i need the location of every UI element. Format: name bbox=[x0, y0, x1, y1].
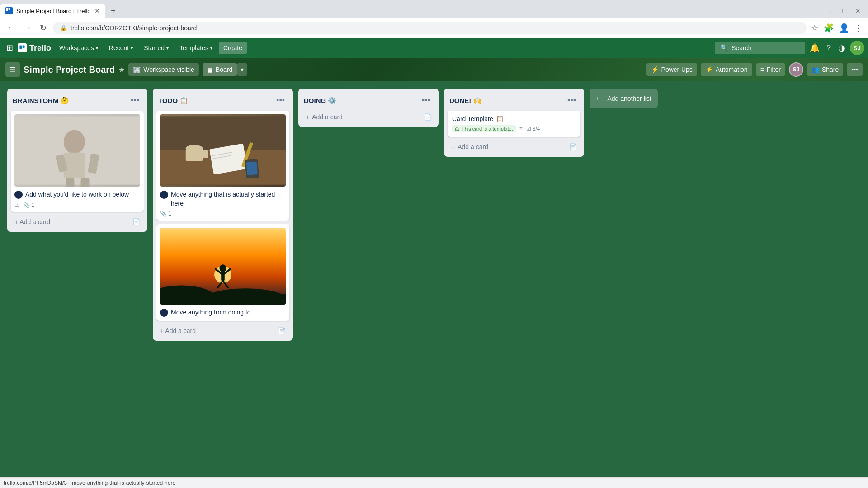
address-bar-actions: ☆ 🧩 👤 ⋮ bbox=[811, 23, 863, 33]
bookmark-icon[interactable]: ☆ bbox=[811, 23, 818, 33]
close-button[interactable]: ✕ bbox=[852, 7, 864, 14]
card-done-template[interactable]: Card Template 📋 🗂 This card is a templat… bbox=[448, 111, 580, 137]
board-title[interactable]: Simple Project Board bbox=[24, 65, 115, 75]
list-brainstorm-menu[interactable]: ••• bbox=[128, 94, 142, 107]
template-db-icon: 🗂 bbox=[455, 126, 460, 131]
tab-close-button[interactable]: ✕ bbox=[94, 7, 100, 14]
svg-rect-1 bbox=[9, 8, 10, 10]
extension-icon[interactable]: 🧩 bbox=[824, 23, 834, 33]
list-doing-menu[interactable]: ••• bbox=[419, 94, 433, 107]
tab-title: Simple Project Board | Trello bbox=[16, 8, 91, 14]
board-star-button[interactable]: ★ bbox=[118, 66, 125, 74]
trello-header: ⊞ Trello Workspaces ▾ Recent ▾ Starred ▾… bbox=[0, 38, 868, 58]
user-avatar[interactable]: SJ bbox=[850, 41, 864, 55]
svg-rect-21 bbox=[81, 178, 90, 187]
lock-icon: 🔒 bbox=[60, 25, 67, 31]
power-ups-button[interactable]: ⚡ Power-Ups bbox=[646, 63, 697, 76]
todo-add-card-button[interactable]: + Add a card 📄 bbox=[156, 324, 289, 337]
reload-button[interactable]: ↻ bbox=[38, 21, 48, 35]
member-avatar[interactable]: SJ bbox=[789, 62, 803, 77]
forward-button[interactable]: → bbox=[22, 21, 33, 34]
filter-icon: ≡ bbox=[760, 66, 764, 73]
doing-add-card-button[interactable]: + Add a card 📄 bbox=[302, 111, 435, 123]
list-doing: DOING ⚙️ ••• + Add a card 📄 bbox=[298, 89, 439, 127]
attachment-badge: 📎 1 bbox=[23, 202, 34, 208]
active-tab[interactable]: Simple Project Board | Trello ✕ bbox=[0, 4, 105, 18]
starred-menu[interactable]: Starred ▾ bbox=[139, 42, 173, 54]
board-view-icon: ▦ bbox=[207, 66, 213, 73]
recent-menu[interactable]: Recent ▾ bbox=[104, 42, 137, 54]
svg-rect-17 bbox=[64, 153, 85, 178]
grid-menu-icon[interactable]: ⊞ bbox=[4, 40, 16, 56]
theme-icon[interactable]: ◑ bbox=[835, 40, 848, 56]
help-icon[interactable]: ? bbox=[824, 41, 834, 55]
svg-rect-37 bbox=[160, 294, 286, 303]
profile-icon[interactable]: 👤 bbox=[839, 23, 849, 33]
menu-icon[interactable]: ⋮ bbox=[854, 23, 863, 33]
card-todo-1-badges: 📎 1 bbox=[160, 211, 286, 217]
list-todo-header: TODO 📋 ••• bbox=[156, 92, 289, 111]
board-more-button[interactable]: ••• bbox=[847, 63, 863, 76]
board-canvas: BRAINSTORM 🤔 ••• bbox=[0, 81, 868, 477]
card-brainstorm-1[interactable]: Add what you'd like to work on below ☑ 📎… bbox=[11, 111, 144, 212]
brainstorm-add-card-button[interactable]: + Add a card 📄 bbox=[11, 216, 144, 228]
list-done-title[interactable]: DONE! 🙌 bbox=[449, 97, 565, 105]
done-add-card-button[interactable]: + Add a card 📄 bbox=[448, 141, 580, 153]
card-todo-2[interactable]: Move anything from doing to... bbox=[156, 224, 289, 321]
card-template-badges: 🗂 This card is a template. ≡ ☑ 3/4 bbox=[452, 125, 576, 132]
automation-button[interactable]: ⚡ Automation bbox=[701, 63, 752, 76]
svg-rect-0 bbox=[6, 8, 8, 11]
search-box[interactable]: 🔍 Search bbox=[715, 42, 805, 54]
add-list-plus-icon: + bbox=[596, 95, 599, 102]
list-brainstorm-title[interactable]: BRAINSTORM 🤔 bbox=[13, 97, 128, 105]
list-doing-title[interactable]: DOING ⚙️ bbox=[304, 97, 419, 105]
sidebar-toggle[interactable]: ☰ bbox=[5, 62, 20, 77]
list-todo-menu[interactable]: ••• bbox=[274, 94, 288, 107]
card-brainstorm-image bbox=[14, 114, 140, 187]
board-view-dropdown[interactable]: ▾ bbox=[237, 63, 247, 76]
list-done-menu[interactable]: ••• bbox=[565, 94, 579, 107]
share-button[interactable]: 👥 Share bbox=[807, 63, 843, 76]
templates-menu[interactable]: Templates ▾ bbox=[175, 42, 217, 54]
checklist-icon: ☑ bbox=[14, 202, 19, 208]
doing-card-template-icon: 📄 bbox=[424, 113, 431, 121]
workspaces-menu[interactable]: Workspaces ▾ bbox=[55, 42, 103, 54]
list-done: DONE! 🙌 ••• Card Template 📋 🗂 This card … bbox=[444, 89, 584, 157]
add-list-button[interactable]: + + Add another list bbox=[590, 89, 658, 108]
svg-rect-26 bbox=[203, 150, 208, 158]
url-text: trello.com/b/GDR2OTKt/simple-project-boa… bbox=[71, 24, 197, 32]
url-input[interactable]: 🔒 trello.com/b/GDR2OTKt/simple-project-b… bbox=[53, 22, 807, 34]
search-placeholder: Search bbox=[731, 44, 751, 52]
todo1-image-placeholder bbox=[160, 114, 286, 187]
minimize-button[interactable]: ─ bbox=[826, 7, 837, 14]
board-view-button[interactable]: ▦ Board bbox=[203, 63, 237, 76]
board-header: ☰ Simple Project Board ★ 🏢 Workspace vis… bbox=[0, 58, 868, 81]
list-todo-title[interactable]: TODO 📋 bbox=[158, 97, 274, 105]
todo2-image-placeholder bbox=[160, 228, 286, 305]
list-done-header: DONE! 🙌 ••• bbox=[448, 92, 580, 111]
workspace-icon: 🏢 bbox=[133, 66, 141, 73]
filter-button[interactable]: ≡ Filter bbox=[756, 63, 785, 76]
back-button[interactable]: ← bbox=[5, 21, 17, 34]
trello-logo[interactable]: Trello bbox=[18, 43, 51, 53]
list-doing-header: DOING ⚙️ ••• bbox=[302, 92, 435, 111]
power-ups-icon: ⚡ bbox=[651, 66, 659, 73]
card-member-icon-2 bbox=[160, 191, 168, 199]
attachment-icon-2: 📎 bbox=[160, 211, 167, 217]
new-tab-button[interactable]: + bbox=[107, 5, 120, 17]
share-icon: 👥 bbox=[811, 66, 819, 73]
card-todo-2-image bbox=[160, 228, 286, 305]
workspace-visibility-button[interactable]: 🏢 Workspace visible bbox=[128, 63, 199, 76]
notifications-icon[interactable]: 🔔 bbox=[807, 40, 822, 56]
board-view-group: ▦ Board ▾ bbox=[203, 63, 247, 76]
list-brainstorm-header: BRAINSTORM 🤔 ••• bbox=[11, 92, 144, 111]
card-member-icon bbox=[14, 191, 23, 199]
lists-container: BRAINSTORM 🤔 ••• bbox=[5, 87, 660, 343]
create-button[interactable]: Create bbox=[219, 42, 247, 54]
list-brainstorm: BRAINSTORM 🤔 ••• bbox=[7, 89, 147, 232]
card-todo-1[interactable]: Move anything that is actually started h… bbox=[156, 111, 289, 221]
trello-logo-text: Trello bbox=[29, 43, 51, 53]
card-template-title: Card Template 📋 bbox=[452, 115, 576, 122]
maximize-button[interactable]: □ bbox=[839, 7, 850, 14]
add-card-plus: + bbox=[306, 113, 309, 121]
